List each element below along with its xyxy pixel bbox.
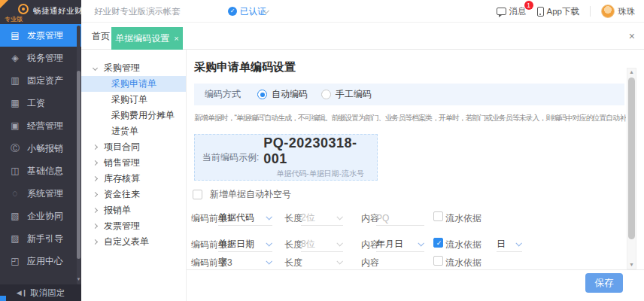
tree-group-purchase[interactable]: 采购管理	[81, 60, 186, 76]
sidebar-item-guide[interactable]: ▨新手引导	[0, 227, 81, 250]
app-center-icon: ◰	[9, 256, 21, 266]
username: 珠珠	[618, 6, 635, 17]
description-text: 新增单据时，“单据编码”自动生成，不可编辑。前缀设置为部门、业务员等档案类，开单…	[194, 113, 626, 123]
auto-fill-row: 新增单据自动补空号	[193, 188, 291, 201]
save-button[interactable]: 保存	[585, 273, 623, 293]
close-all-icon[interactable]: ×	[629, 23, 635, 50]
prefix1-serial-checkbox[interactable]	[433, 211, 443, 221]
prefix1-type-select[interactable]: 单据代码	[218, 209, 272, 226]
code-example-box: 当前编码示例: PQ-20230318-001 单据代码-单据日期-流水号	[194, 134, 378, 181]
topbar-right: 消息 1 App下载 珠珠	[497, 0, 635, 23]
prefix3-type-select[interactable]: 字	[218, 254, 272, 270]
sidebar-scrollbar[interactable]	[77, 26, 80, 284]
sidebar-item-system[interactable]: ◌系统管理	[0, 182, 81, 205]
fixed-assets-icon: ▥	[9, 75, 21, 86]
tree-group-custom-form[interactable]: 自定义表单	[81, 234, 186, 250]
app-download-label: App下载	[547, 6, 579, 17]
guide-icon: ▨	[9, 233, 21, 244]
page-title: 采购申请单编码设置	[194, 60, 296, 74]
scroll-down-icon[interactable]: ▼	[627, 262, 636, 268]
sidebar-scroll-down-icon[interactable]: ▼	[76, 277, 81, 281]
reimburse-icon: Ⓒ	[9, 142, 21, 155]
auto-fill-checkbox[interactable]	[193, 190, 202, 199]
prefix2-serial-unit-select[interactable]: 日	[497, 236, 522, 252]
chevron-down-icon	[266, 240, 272, 246]
sidebar-item-operations[interactable]: ▣经营管理	[0, 114, 81, 137]
avatar	[601, 5, 615, 18]
scroll-corner	[0, 296, 6, 301]
tab-home[interactable]: 首页	[92, 23, 110, 50]
tab-close-icon[interactable]: ×	[174, 34, 178, 43]
main-scrollbar-thumb[interactable]	[628, 78, 635, 239]
tree-group-funds[interactable]: 资金往来	[81, 187, 186, 202]
length-label: 长度	[284, 239, 302, 251]
sidebar-item-base-info[interactable]: ◫基础信息	[0, 160, 81, 182]
messages-button[interactable]: 消息 1	[497, 6, 527, 17]
radio-manual-coding[interactable]: 手工编码	[321, 88, 372, 101]
sidebar-item-app-center[interactable]: ◰应用中心	[0, 250, 81, 272]
base-info-icon: ◫	[9, 166, 21, 176]
chevron-down-icon	[336, 240, 342, 246]
sidebar-item-reimburse[interactable]: Ⓒ小畅报销	[0, 137, 81, 160]
sidebar-item-tax[interactable]: ◈税务管理	[0, 47, 81, 69]
message-icon	[497, 8, 506, 15]
user-menu[interactable]: 珠珠	[601, 5, 635, 18]
coding-mode-bar: 编码方式 自动编码 手工编码	[194, 84, 624, 105]
tree-group-inventory[interactable]: 库存核算	[81, 171, 186, 187]
collapse-icon: ◀❙	[17, 289, 27, 296]
tab-doc-code-settings[interactable]: 单据编码设置 ×	[111, 27, 183, 50]
sidebar-scrollbar-thumb[interactable]	[77, 71, 80, 259]
caret-right-icon	[93, 223, 98, 229]
caret-down-icon	[93, 65, 98, 71]
radio-selected-icon	[257, 90, 267, 99]
prefix-row-2: 编码前缀2 单据日期 长度 8位 内容 年月日 流水依据 日	[187, 236, 644, 252]
sidebar-item-invoice[interactable]: ▤发票管理	[0, 24, 81, 47]
tabbar: 首页 单据编码设置 × ×	[81, 23, 644, 50]
prefix1-content-input[interactable]: PQ	[376, 209, 424, 226]
tree-group-expense[interactable]: 报销单	[81, 202, 186, 218]
main-scrollbar[interactable]: ▲ ▼	[627, 68, 636, 269]
auto-fill-label: 新增单据自动补空号	[210, 188, 291, 201]
messages-label: 消息	[509, 6, 527, 17]
example-hint: 单据代码-单据日期-流水号	[276, 169, 364, 179]
length-label: 长度	[284, 212, 302, 225]
tree-item-purchase-order[interactable]: 采购订单	[81, 92, 186, 108]
verified-badge: ✓ 已认证	[228, 0, 266, 23]
prefix2-length-select[interactable]: 8位	[301, 236, 343, 252]
prefix3-content-input[interactable]	[376, 254, 424, 270]
tree-group-invoice[interactable]: 发票管理	[81, 218, 186, 234]
prefix3-serial-checkbox[interactable]	[433, 256, 443, 266]
logo-area: 畅捷通好业财 专业版	[0, 0, 81, 23]
prefix-row-3: 编码前缀3 字 长度 内容 流水依据	[187, 254, 644, 270]
app-window: 畅捷通好业财 专业版 好业财专业版演示帐套 ✓ 已认证 消息 1 App下载	[0, 0, 644, 301]
collaboration-icon: ▧	[9, 211, 21, 221]
prefix2-type-select[interactable]: 单据日期	[218, 236, 272, 252]
radio-unselected-icon	[321, 90, 331, 99]
tree-group-project[interactable]: 项目合同	[81, 139, 186, 155]
module-tree: 采购管理 采购申请单 采购订单 采购费用分摊单 进货单 项目合同 销售管理 库存…	[81, 50, 187, 301]
sidebar-item-salary[interactable]: ▦工资	[0, 92, 81, 114]
chevron-down-icon	[336, 258, 342, 264]
scroll-up-icon[interactable]: ▲	[627, 69, 636, 75]
account-selector-value: 好业财专业版演示帐套	[94, 6, 181, 17]
prefix2-serial-checkbox[interactable]	[433, 238, 443, 248]
logo-edition-badge: 专业版	[5, 15, 23, 23]
tree-item-goods-receipt[interactable]: 进货单	[81, 123, 186, 139]
sidebar-item-collaboration[interactable]: ▧企业协同	[0, 205, 81, 227]
app-download-button[interactable]: App下载	[537, 6, 579, 17]
verified-check-icon: ✓	[228, 7, 237, 16]
tree-item-purchase-fee[interactable]: 采购费用分摊单	[81, 108, 186, 123]
prefix1-length-select[interactable]: 2位	[301, 209, 343, 226]
radio-auto-coding[interactable]: 自动编码	[257, 88, 308, 101]
chevron-down-icon	[515, 240, 521, 246]
logo-icon	[18, 4, 29, 14]
tree-group-sales[interactable]: 销售管理	[81, 155, 186, 171]
caret-right-icon	[93, 144, 98, 150]
collapse-pin-button[interactable]: ◀❙ 取消固定	[0, 284, 81, 301]
tree-item-purchase-request[interactable]: 采购申请单	[81, 76, 186, 92]
salary-icon: ▦	[9, 98, 21, 108]
sidebar-item-fixed-assets[interactable]: ▥固定资产	[0, 69, 81, 92]
prefix3-length-select[interactable]	[301, 254, 343, 270]
topbar: 畅捷通好业财 专业版 好业财专业版演示帐套 ✓ 已认证 消息 1 App下载	[0, 0, 644, 23]
prefix2-content-select[interactable]: 年月日	[376, 236, 424, 252]
